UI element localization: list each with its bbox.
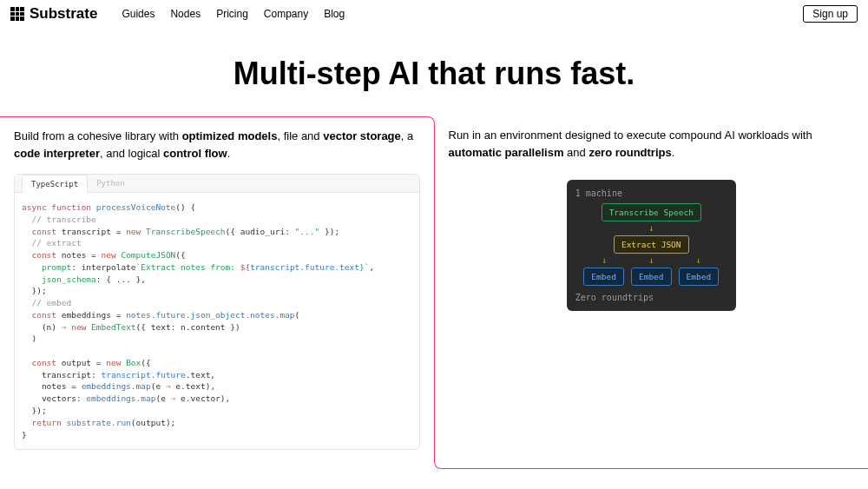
top-nav: Substrate Guides Nodes Pricing Company B… [0, 0, 868, 28]
tab-python[interactable]: Python [88, 175, 134, 192]
code-tabs: TypeScript Python [15, 175, 419, 193]
left-panel-text: Build from a cohesive library with optim… [14, 128, 420, 162]
diagram: 1 machine Transcribe Speech ↓ Extract JS… [567, 180, 736, 311]
diagram-top-label: 1 machine [575, 188, 727, 198]
diagram-bottom-label: Zero roundtrips [575, 293, 727, 302]
arrow-down-icon: ↓ [602, 256, 607, 265]
node-extract: Extract JSON [614, 235, 689, 254]
node-transcribe: Transcribe Speech [602, 203, 701, 221]
nav-links: Guides Nodes Pricing Company Blog [122, 8, 345, 20]
signup-button-top[interactable]: Sign up [803, 5, 858, 23]
hero-title: Multi-step AI that runs fast. [0, 56, 868, 92]
panel-right: Run in an environment designed to execut… [435, 116, 869, 460]
nav-link-guides[interactable]: Guides [122, 8, 155, 20]
node-embed: Embed [631, 268, 672, 286]
nav-link-blog[interactable]: Blog [324, 8, 345, 20]
code-body: async function processVoiceNote() { // t… [15, 193, 419, 449]
panel-left: Build from a cohesive library with optim… [0, 116, 435, 460]
code-card: TypeScript Python async function process… [14, 174, 420, 450]
arrow-down-icon: ↓ [696, 256, 701, 265]
nav-link-pricing[interactable]: Pricing [216, 8, 248, 20]
tab-typescript[interactable]: TypeScript [22, 175, 88, 193]
brand[interactable]: Substrate [10, 5, 97, 23]
right-panel-text: Run in an environment designed to execut… [449, 127, 855, 161]
panel-border [434, 460, 868, 469]
arrow-down-icon: ↓ [575, 224, 727, 233]
nav-link-company[interactable]: Company [264, 8, 308, 20]
nav-link-nodes[interactable]: Nodes [170, 8, 201, 20]
logo-icon [10, 7, 24, 21]
arrow-down-icon: ↓ [648, 256, 654, 265]
brand-label: Substrate [30, 5, 97, 23]
node-embed: Embed [583, 268, 624, 286]
node-embed: Embed [679, 268, 720, 286]
